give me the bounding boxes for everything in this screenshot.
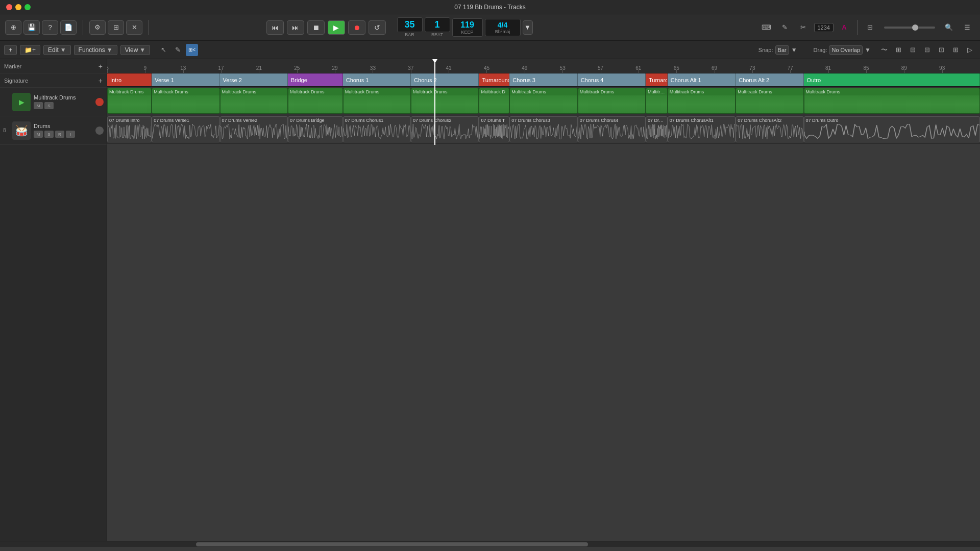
save-button[interactable]: 💾	[23, 20, 40, 35]
drums-region-7[interactable]: 07 Drums Chorus3	[509, 116, 577, 142]
keyboard-button[interactable]: ⌨	[759, 21, 774, 34]
help-button[interactable]: ?	[42, 20, 58, 35]
close-btn[interactable]: ✕	[126, 20, 142, 35]
solo-button-8[interactable]: S	[44, 131, 54, 138]
drums-region-9[interactable]: 07 Drums T	[646, 116, 668, 142]
lcd-numbers-button[interactable]: 1234	[814, 23, 834, 32]
stop-button[interactable]: ⏹	[307, 20, 325, 35]
solo-button-1[interactable]: S	[44, 102, 54, 109]
grid-button[interactable]: ⊞	[863, 21, 878, 34]
marker-chorus1[interactable]: Chorus 1	[343, 73, 411, 86]
drums-region-5[interactable]: 07 Drums Chorus2	[411, 116, 479, 142]
multitrack-region-7[interactable]: Multitrack Drums	[509, 88, 577, 114]
marker-chorus4[interactable]: Chorus 4	[578, 73, 646, 86]
multitrack-region-8[interactable]: Multitrack Drums	[578, 88, 646, 114]
functions-menu[interactable]: Functions ▼	[74, 45, 117, 55]
snap-select[interactable]: Bar	[775, 45, 789, 55]
mute-button-1[interactable]: M	[34, 102, 43, 109]
marker-turnaround1[interactable]: Turnaround	[479, 73, 509, 86]
marker-add-button[interactable]: +	[99, 62, 103, 70]
pencil-tool[interactable]: ✎	[172, 44, 184, 56]
input-button-8[interactable]: I	[66, 131, 75, 138]
marker-chorus_alt2[interactable]: Chorus Alt 2	[736, 73, 803, 86]
zoom-in-button[interactable]: ⊞	[949, 44, 962, 56]
multitrack-region-3[interactable]: Multitrack Drums	[288, 88, 343, 114]
tempo-display[interactable]: 119 KEEP	[452, 18, 483, 37]
marker-bridge[interactable]: Bridge	[288, 73, 343, 86]
drums-region-11[interactable]: 07 Drums ChorusAlt2	[736, 116, 803, 142]
marker-turnaround2[interactable]: Turnaround	[646, 73, 668, 86]
marker-outro[interactable]: Outro	[804, 73, 980, 86]
right-arrow[interactable]: ▷	[964, 44, 976, 56]
marker-verse2[interactable]: Verse 2	[220, 73, 288, 86]
export-button[interactable]: 📄	[60, 20, 77, 35]
close-button[interactable]	[6, 4, 12, 10]
scroll-thumb[interactable]	[196, 542, 588, 546]
timeline-area[interactable]: 5913172125293337414549535761656973778185…	[107, 59, 980, 541]
zoom-out-button[interactable]: ⊟	[921, 44, 933, 56]
drums-region-1[interactable]: 07 Drums Verse1	[152, 116, 219, 142]
multitrack-region-12[interactable]: Multitrack Drums	[804, 88, 980, 114]
drums-region-4[interactable]: 07 Drums Chorus1	[343, 116, 411, 142]
fit-button[interactable]: ⊡	[935, 44, 947, 56]
multitrack-region-6[interactable]: Multitrack D	[479, 88, 509, 114]
zoom-button[interactable]: ⊟	[906, 44, 919, 56]
drums-region-12[interactable]: 07 Drums Outro	[804, 116, 980, 142]
timesig-display[interactable]: 4/4 Bb⁷maj	[485, 19, 521, 36]
multitrack-region-10[interactable]: Multitrack Drums	[668, 88, 736, 114]
track-arm-8[interactable]	[95, 127, 104, 135]
play-button[interactable]: ▶	[328, 20, 345, 35]
drums-region-10[interactable]: 07 Drums ChorusAlt1	[668, 116, 736, 142]
marker-verse1[interactable]: Verse 1	[152, 73, 219, 86]
timesig-expand[interactable]: ▼	[523, 20, 533, 35]
drums-region-0[interactable]: 07 Drums Intro	[107, 116, 152, 142]
multitrack-region-2[interactable]: Multitrack Drums	[220, 88, 288, 114]
drums-lane[interactable]: 07 Drums Intro07 Drums Verse107 Drums Ve…	[107, 115, 980, 144]
cursor-tool[interactable]: ↖	[157, 44, 169, 56]
fast-forward-button[interactable]: ⏭	[287, 20, 304, 35]
bar-value[interactable]: 35	[397, 17, 423, 32]
volume-thumb[interactable]	[912, 24, 918, 31]
mode-btn[interactable]: ⊞<	[186, 44, 198, 56]
drums-region-8[interactable]: 07 Drums Chorus4	[578, 116, 646, 142]
record-button-8[interactable]: R	[55, 131, 64, 138]
new-track-button[interactable]: ⊕	[5, 20, 21, 35]
multitrack-region-11[interactable]: Multitrack Drums	[736, 88, 803, 114]
add-folder-button[interactable]: 📁+	[20, 45, 40, 55]
multitrack-region-5[interactable]: Multitrack Drums	[411, 88, 479, 114]
signature-add-button[interactable]: +	[99, 77, 103, 85]
minimize-button[interactable]	[15, 4, 21, 10]
wave-button[interactable]: 〜	[878, 44, 890, 56]
marker-chorus2[interactable]: Chorus 2	[411, 73, 479, 86]
search-button[interactable]: 🔍	[941, 21, 957, 34]
multitrack-region-4[interactable]: Multitrack Drums	[343, 88, 411, 114]
drag-select[interactable]: No Overlap	[829, 45, 863, 55]
marker-chorus_alt1[interactable]: Chorus Alt 1	[668, 73, 736, 86]
record-button[interactable]: ⏺	[348, 20, 365, 35]
rewind-button[interactable]: ⏮	[266, 20, 284, 35]
multitrack-region-9[interactable]: Multitrack	[646, 88, 668, 114]
menu-button[interactable]: ☰	[960, 21, 975, 34]
maximize-button[interactable]	[24, 4, 31, 10]
marker-chorus3[interactable]: Chorus 3	[509, 73, 577, 86]
scissors-button[interactable]: ✂	[796, 21, 811, 34]
pencil-button[interactable]: ✎	[777, 21, 793, 34]
settings-button[interactable]: ⚙	[89, 20, 106, 35]
volume-slider[interactable]	[884, 27, 935, 29]
scrollbar[interactable]	[0, 541, 980, 547]
color-button[interactable]: A	[837, 21, 852, 34]
cycle-button[interactable]: ↺	[369, 20, 386, 35]
tune-button[interactable]: ⊞	[108, 20, 124, 35]
edit-menu[interactable]: Edit ▼	[43, 45, 71, 55]
beat-value[interactable]: 1	[425, 17, 450, 32]
mute-button-8[interactable]: M	[34, 131, 43, 138]
track-arm-1[interactable]	[95, 98, 104, 106]
drums-region-6[interactable]: 07 Drums T	[479, 116, 509, 142]
multitrack-region-1[interactable]: Multitrack Drums	[152, 88, 219, 114]
drums-region-3[interactable]: 07 Drums Bridge	[288, 116, 343, 142]
multitrack-lane[interactable]: Multitrack DrumsMultitrack DrumsMultitra…	[107, 87, 980, 115]
add-track-button[interactable]: +	[4, 45, 17, 55]
view-menu[interactable]: View ▼	[120, 45, 151, 55]
marker-intro[interactable]: Intro	[107, 73, 152, 86]
multitrack-region-0[interactable]: Multitrack Drums	[107, 88, 152, 114]
